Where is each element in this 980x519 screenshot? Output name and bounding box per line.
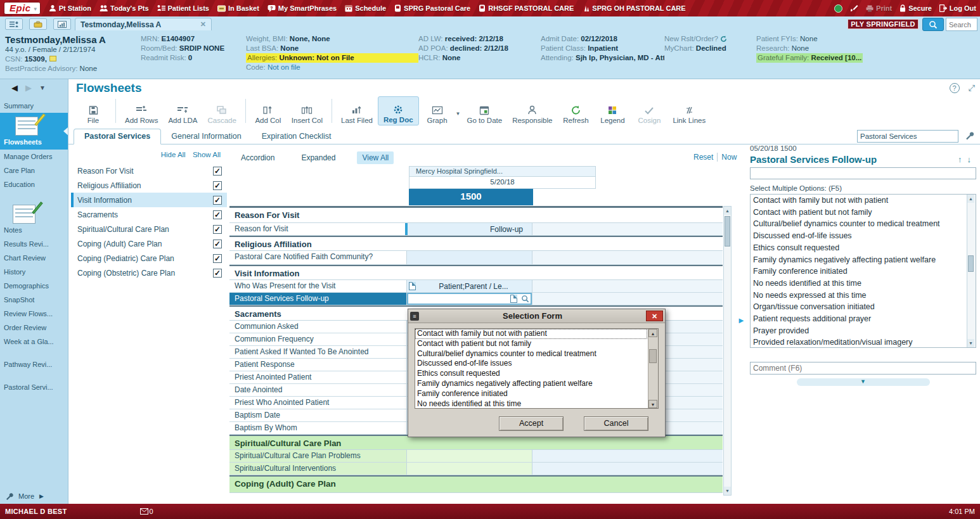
option-item[interactable]: Family dynamics negatively affecting pat… [751, 254, 966, 266]
checkbox-checked[interactable]: ✓ [213, 254, 222, 263]
menu-todays-pts[interactable]: Today's Pts [100, 4, 148, 12]
sidebar-item-review-flowsheets[interactable]: Review Flows... [0, 307, 68, 321]
back-arrow-icon[interactable]: ◀ [11, 83, 18, 93]
brush-icon[interactable] [850, 4, 858, 12]
checklist-row[interactable]: Coping (Obstetric) Care Plan✓ [71, 266, 227, 280]
patient-tab[interactable]: Testmonday,Melissa A ✕ [75, 18, 212, 30]
column-time-header-selected[interactable]: 1500 [409, 189, 533, 205]
checkbox-checked[interactable]: ✓ [213, 181, 222, 190]
row-label[interactable]: Baptism Date [229, 409, 407, 421]
show-all-link[interactable]: Show All [193, 151, 221, 158]
close-icon[interactable]: ✕ [646, 311, 663, 321]
help-icon[interactable]: ? [950, 83, 960, 93]
epic-menu-button[interactable]: Epic ▼ [4, 2, 41, 15]
view-accordion[interactable]: Accordion [236, 151, 280, 164]
sidebar-item-history[interactable]: History [0, 265, 68, 279]
hide-all-link[interactable]: Hide All [161, 151, 186, 158]
dialog-option[interactable]: No needs identified at this time [415, 399, 647, 409]
sidebar-item-snapshot[interactable]: SnapShot [0, 293, 68, 307]
option-item[interactable]: Discussed end-of-life issues [751, 230, 966, 242]
dialog-option[interactable]: Discussed end-of-life issues [415, 359, 647, 369]
next-row-icon[interactable]: ↓ [967, 155, 977, 164]
row-label[interactable]: Priest Who Anointed Patient [229, 397, 407, 409]
checklist-row[interactable]: Coping (Adult) Care Plan✓ [71, 236, 227, 251]
wrench-icon[interactable] [965, 131, 974, 140]
sidebar-item-order-review[interactable]: Order Review [0, 321, 68, 335]
dialog-scrollbar[interactable]: ▲ ▼ [648, 329, 658, 408]
row-value-cell[interactable] [407, 450, 532, 462]
cancel-button[interactable]: Cancel [584, 416, 648, 431]
scroll-up-arrow[interactable]: ▲ [724, 207, 731, 215]
mail-indicator[interactable]: 0 [140, 508, 153, 515]
scrollbar-thumb[interactable] [649, 349, 657, 363]
workspace-button[interactable] [29, 18, 47, 30]
sidebar-item-pastoral-services[interactable]: Pastoral Servi... [0, 380, 68, 394]
dialog-option[interactable]: Contact with patient but not family [415, 339, 647, 349]
chart-search-input[interactable] [946, 18, 977, 31]
row-label[interactable]: Communion Asked [229, 321, 407, 333]
now-link[interactable]: Now [717, 153, 740, 162]
menu-schedule[interactable]: Schedule [345, 4, 386, 12]
panel-expand-chevron[interactable]: ▼ [797, 378, 930, 386]
expand-icon[interactable]: ⤢ [969, 83, 975, 93]
scroll-up-arrow[interactable]: ▲ [648, 329, 657, 337]
tab-expiration-checklist[interactable]: Expiration Checklist [252, 129, 342, 144]
last-filed-button[interactable]: Last Filed [336, 96, 378, 125]
value-entry-input[interactable] [750, 167, 976, 179]
link-lines-button[interactable]: Link Lines [667, 96, 711, 125]
option-item[interactable]: Provided relaxation/meditation/visual im… [751, 336, 966, 348]
add-rows-button[interactable]: Add Rows [120, 96, 163, 125]
code-value[interactable]: Not on file [268, 63, 300, 71]
checklist-row-selected[interactable]: Visit Information✓ [71, 193, 227, 207]
checklist-row[interactable]: Coping (Pediatric) Care Plan✓ [71, 251, 227, 266]
tab-pastoral-services[interactable]: Pastoral Services [74, 129, 161, 144]
row-label[interactable]: Patient Response [229, 359, 407, 371]
reg-doc-button[interactable]: Reg Doc [378, 96, 419, 125]
scroll-down-arrow[interactable]: ▼ [724, 487, 731, 495]
magnifier-icon[interactable] [521, 295, 529, 303]
sidebar-item-manage-orders[interactable]: Manage Orders [0, 150, 68, 163]
sidebar-item-education[interactable]: Education [0, 177, 68, 191]
scrollbar-thumb[interactable] [725, 216, 730, 247]
dialog-option[interactable]: Family conference initiated [415, 389, 647, 399]
sidebar-item-flowsheets[interactable]: Flowsheets [0, 113, 68, 150]
checkbox-checked[interactable]: ✓ [213, 269, 222, 278]
row-label[interactable]: Reason for Visit [229, 223, 407, 235]
section-coping-adult-care-plan[interactable]: Coping (Adult) Care Plan [229, 475, 723, 493]
add-col-button[interactable]: Add Col [250, 96, 287, 125]
option-item[interactable]: Organ/tissue conversation initiated [751, 301, 966, 313]
checklist-row[interactable]: Spiritual/Cultural Care Plan✓ [71, 222, 227, 236]
column-date-header[interactable]: 5/20/18 [409, 177, 596, 189]
document-icon[interactable] [510, 295, 517, 303]
forward-arrow-icon[interactable]: ▶ [25, 83, 32, 93]
section-reason-for-visit[interactable]: Reason For Visit [229, 208, 723, 223]
options-scrollbar[interactable]: ▲ ▼ [967, 195, 976, 347]
menu-in-basket[interactable]: In Basket [217, 4, 259, 12]
option-item[interactable]: No needs identified at this time [751, 278, 966, 290]
accept-button[interactable]: Accept [499, 416, 564, 431]
checklist-row[interactable]: Reason For Visit✓ [71, 163, 227, 178]
graph-button[interactable]: Graph [419, 96, 456, 125]
allergies-highlight[interactable]: Allergies: Unknown: Not on File [246, 53, 418, 63]
tab-general-information[interactable]: General Information [161, 129, 251, 144]
sticky-note-icon[interactable] [49, 56, 56, 61]
comment-input[interactable] [750, 362, 976, 375]
section-visit-information[interactable]: Visit Information [229, 265, 723, 280]
reset-link[interactable]: Reset [690, 153, 717, 162]
row-label[interactable]: Pastoral Care Notified Faith Community? [229, 251, 407, 264]
menu-sprg-pastoral-care[interactable]: SPRG Pastoral Care [394, 4, 470, 12]
chart-search-button[interactable] [922, 18, 944, 31]
sidebar-item-summary[interactable]: Summary [0, 99, 68, 113]
option-item[interactable]: Patient requests additional prayer [751, 313, 966, 325]
close-icon[interactable]: ✕ [200, 20, 206, 29]
row-label[interactable]: Spiritual/Cultural Care Plan Problems [229, 450, 407, 462]
option-item[interactable]: Contact with family but not with patient [751, 195, 966, 207]
checklist-row[interactable]: Religious Affiliation✓ [71, 178, 227, 193]
file-button[interactable]: File [75, 96, 112, 125]
sidebar-item-pathway-review[interactable]: Pathway Revi... [0, 357, 68, 371]
legend-button[interactable]: Legend [594, 96, 631, 125]
sidebar-item-week-at-a-glance[interactable]: Week at a Gla... [0, 335, 68, 349]
row-label[interactable]: Priest Anointed Patient [229, 371, 407, 383]
section-religious-affiliation[interactable]: Religious Affiliation [229, 236, 723, 251]
previous-row-icon[interactable]: ↑ [958, 155, 967, 164]
